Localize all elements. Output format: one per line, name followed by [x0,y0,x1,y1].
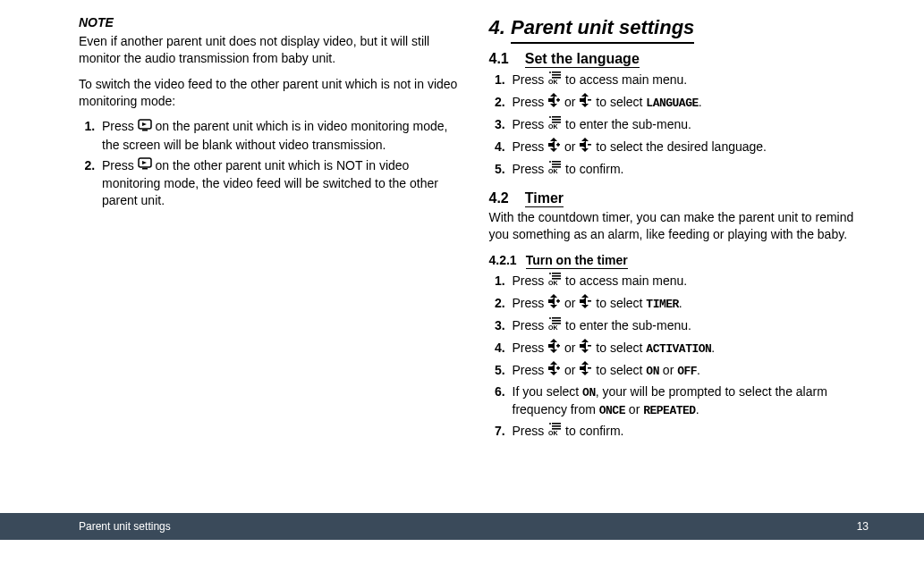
step-text: Press [513,95,548,109]
step-text: If you select [513,384,583,399]
volume-up-icon [547,93,561,112]
step-text: . [679,296,682,310]
list-item: Press or to select ON or OFF. [509,362,869,381]
section-title: Parent unit settings [511,14,694,44]
volume-up-icon [547,294,561,313]
section-heading: 4. Parent unit settings [489,14,869,44]
step-text: Press [513,117,548,131]
menu-label: ON [582,386,596,400]
page-footer: Parent unit settings 13 [0,513,924,540]
menu-ok-icon [547,272,562,290]
s41-steps: Press to access main menu. Press or to s… [489,72,869,179]
right-column: 4. Parent unit settings 4.1Set the langu… [489,14,869,450]
step-text: to select [596,296,646,310]
list-item: Press to access main menu. [509,273,869,291]
step-text: Press [513,139,548,154]
step-text: to access main menu. [565,273,687,288]
step-text: on the parent unit which is in video mon… [102,119,447,151]
menu-label: LANGUAGE [646,97,698,110]
subsubsection-number: 4.2.1 [489,252,517,269]
menu-label: ACTIVATION [646,342,711,356]
menu-ok-icon [547,160,562,179]
step-text: Press [513,72,548,87]
section-number: 4. [489,16,505,38]
subsection-title: Timer [525,190,564,207]
step-text: or [564,341,579,355]
step-text: to confirm. [565,162,623,176]
step-text: to select [596,363,646,377]
step-text: Press [513,341,548,355]
step-text: or [564,139,579,154]
video-icon [138,156,152,174]
volume-up-icon [547,138,561,156]
document-page: NOTE Even if another parent unit does no… [0,0,924,572]
left-step: Press on the other parent unit which is … [98,157,459,209]
volume-down-icon [579,361,592,380]
list-item: Press or to select LANGUAGE. [509,94,869,113]
step-text: or [625,402,643,416]
step-text: to select [596,95,646,109]
subsection-heading: 4.2Timer [489,189,869,208]
volume-up-icon [547,361,561,380]
volume-down-icon [579,294,592,313]
step-text: Press [513,363,548,377]
step-text: Press [102,119,138,133]
note-heading: NOTE [79,14,459,31]
step-text: . [699,95,702,109]
step-text: on the other parent unit which is NOT in… [102,158,438,207]
step-text: or [659,363,677,377]
switch-intro: To switch the video feed to the other pa… [79,76,459,110]
list-item: Press to confirm. [509,161,869,180]
list-item: Press to confirm. [509,423,869,442]
step-text: or [564,363,579,377]
subsubsection-heading: 4.2.1Turn on the timer [489,252,869,269]
subsubsection-title: Turn on the timer [526,253,628,269]
step-text: . [696,402,699,416]
menu-label: TIMER [646,298,679,311]
list-item: Press or to select TIMER. [509,295,869,314]
list-item: If you select ON, your will be prompted … [509,383,869,418]
menu-label: REPEATED [643,404,695,417]
s42-intro: With the countdown timer, you can make t… [489,209,869,243]
step-text: to enter the sub-menu. [565,117,691,131]
step-text: to select the desired language. [596,139,767,154]
list-item: Press to enter the sub-menu. [509,116,869,135]
menu-label: ONCE [599,404,625,417]
step-text: . [711,341,715,355]
footer-title: Parent unit settings [79,519,171,534]
step-text: or [564,296,579,310]
volume-down-icon [579,339,592,358]
subsection-number: 4.1 [489,49,509,69]
step-text: to confirm. [565,424,623,438]
step-text: to select [596,341,646,355]
video-icon [138,118,152,136]
menu-ok-icon [547,422,562,441]
step-text: to access main menu. [565,72,687,87]
step-text: or [564,95,579,109]
menu-ok-icon [547,316,562,335]
step-text: Press [513,273,548,288]
step-text: Press [513,318,548,332]
subsection-title: Set the language [525,51,640,68]
step-text: Press [513,424,548,438]
step-text: to enter the sub-menu. [565,318,691,332]
menu-ok-icon [547,71,562,89]
left-step: Press on the parent unit which is in vid… [98,118,459,153]
two-column-layout: NOTE Even if another parent unit does no… [0,0,924,450]
left-steps-list: Press on the parent unit which is in vid… [79,118,459,208]
note-body: Even if another parent unit does not dis… [79,33,459,67]
menu-ok-icon [547,115,562,134]
subsection-heading: 4.1Set the language [489,49,869,69]
list-item: Press to access main menu. [509,72,869,90]
volume-down-icon [579,93,592,112]
volume-up-icon [547,339,561,358]
subsection-number: 4.2 [489,189,509,208]
menu-label: OFF [677,365,697,378]
left-column: NOTE Even if another parent unit does no… [79,14,459,450]
menu-label: ON [646,365,659,378]
footer-page-number: 13 [857,519,869,534]
list-item: Press or to select the desired language. [509,139,869,157]
step-text: Press [513,296,548,310]
step-text: . [697,363,700,377]
volume-down-icon [579,138,592,156]
